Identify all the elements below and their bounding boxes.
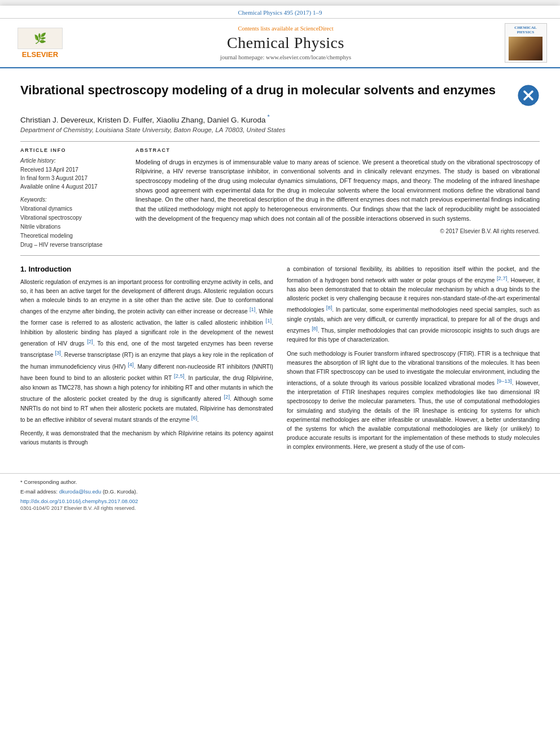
journal-title: Chemical Physics: [77, 34, 495, 52]
affiliation: Department of Chemistry, Louisiana State…: [20, 126, 540, 133]
sciencedirect-name[interactable]: ScienceDirect: [300, 25, 334, 32]
article-info-col: ARTICLE INFO Article history: Received 1…: [20, 147, 122, 250]
article-title: Vibrational spectroscopy modeling of a d…: [20, 82, 510, 99]
received-date: Received 13 April 2017: [20, 165, 122, 174]
intro-paragraph-4: One such methodology is Fourier transfor…: [287, 350, 540, 452]
footer-footnote-asterisk: * Corresponding author.: [20, 478, 540, 486]
divider-2: [20, 255, 540, 256]
cp-logo-image: [509, 37, 542, 60]
body-col-left: 1. Introduction Allosteric regulation of…: [20, 265, 273, 457]
body-section: 1. Introduction Allosteric regulation of…: [20, 265, 540, 457]
ref-27[interactable]: [2,7]: [497, 275, 508, 281]
sciencedirect-label: Contents lists available at ScienceDirec…: [77, 25, 495, 32]
article-info-header: ARTICLE INFO: [20, 147, 122, 153]
abstract-text: Modeling of drugs in enzymes is of immen…: [135, 158, 540, 224]
article-title-section: Vibrational spectroscopy modeling of a d…: [20, 82, 540, 107]
header-right: CHEMICALPHYSICS: [500, 23, 551, 63]
abstract-col: ABSTRACT Modeling of drugs in enzymes is…: [135, 147, 540, 250]
abstract-header: ABSTRACT: [135, 147, 540, 153]
ref-6[interactable]: [6]: [191, 414, 198, 421]
keyword-5: Drug – HIV reverse transcriptase: [20, 241, 122, 250]
footer-doi[interactable]: http://dx.doi.org/10.1016/j.chemphys.201…: [20, 498, 540, 504]
authors-line: Christian J. Devereux, Kristen D. Fulfer…: [20, 113, 540, 124]
ref-1[interactable]: [1]: [250, 306, 256, 312]
ref-8b[interactable]: [8]: [312, 325, 318, 331]
ref-8[interactable]: [8]: [326, 304, 333, 311]
crossmark-logo: CrossMark: [517, 84, 540, 107]
keywords-block: Keywords: Vibrational dynamics Vibration…: [20, 196, 122, 250]
journal-header: 🌿 ELSEVIER Contents lists available at S…: [0, 19, 560, 68]
journal-top-bar: Chemical Physics 495 (2017) 1–9: [0, 6, 560, 19]
final-form-date: In final form 3 August 2017: [20, 174, 122, 182]
footer-email-link[interactable]: dkuroda@lsu.edu: [59, 488, 102, 495]
keyword-2: Vibrational spectroscopy: [20, 213, 122, 222]
intro-paragraph-3: a combination of torsional flexibility, …: [287, 265, 540, 345]
body-col-right: a combination of torsional flexibility, …: [287, 265, 540, 457]
elsevier-text: ELSEVIER: [22, 50, 58, 59]
ref-25[interactable]: [2,5]: [174, 373, 185, 379]
ref-1b[interactable]: [1]: [266, 317, 272, 324]
keyword-4: Theoretical modeling: [20, 231, 122, 241]
footer-issn: 0301-0104/© 2017 Elsevier B.V. All right…: [20, 505, 540, 511]
ref-2[interactable]: [2]: [87, 338, 93, 344]
cp-logo-title: CHEMICALPHYSICS: [514, 25, 536, 35]
keyword-1: Vibrational dynamics: [20, 204, 122, 213]
abstract-copyright: © 2017 Elsevier B.V. All rights reserved…: [135, 228, 540, 234]
keyword-3: Nitrile vibrations: [20, 222, 122, 231]
available-online-date: Available online 4 August 2017: [20, 182, 122, 191]
article-info-abstract: ARTICLE INFO Article history: Received 1…: [20, 147, 540, 250]
elsevier-tree-logo: 🌿: [18, 28, 63, 49]
divider-1: [20, 141, 540, 142]
article-history-block: Article history: Received 13 April 2017 …: [20, 158, 122, 191]
history-label: Article history:: [20, 158, 122, 164]
footer-footnote-email: E-mail address: dkuroda@lsu.edu (D.G. Ku…: [20, 488, 540, 496]
intro-title-text: Introduction: [28, 265, 71, 273]
header-left: 🌿 ELSEVIER: [9, 28, 71, 59]
authors-text: Christian J. Devereux, Kristen D. Fulfer…: [20, 116, 265, 124]
intro-section-title: 1. Introduction: [20, 265, 273, 273]
journal-reference: Chemical Physics 495 (2017) 1–9: [238, 9, 322, 16]
svg-text:CrossMark: CrossMark: [522, 102, 536, 105]
homepage-link: journal homepage: www.elsevier.com/locat…: [77, 54, 495, 60]
keywords-label: Keywords:: [20, 196, 122, 203]
ref-3[interactable]: [3]: [55, 350, 61, 356]
author-asterisk: *: [265, 113, 269, 120]
header-center: Contents lists available at ScienceDirec…: [77, 25, 495, 60]
intro-paragraph-2: Recently, it was demonstrated that the m…: [20, 429, 273, 447]
ref-2b[interactable]: [2]: [224, 394, 230, 400]
ref-4[interactable]: [4]: [128, 361, 134, 368]
cp-logo: CHEMICALPHYSICS: [505, 23, 547, 63]
page-footer: * Corresponding author. E-mail address: …: [0, 473, 560, 514]
ref-9-13[interactable]: [9–13]: [497, 378, 511, 384]
page: Chemical Physics 495 (2017) 1–9 🌿 ELSEVI…: [0, 6, 560, 747]
intro-paragraph-1: Allosteric regulation of enzymes is an i…: [20, 278, 273, 425]
main-content: Vibrational spectroscopy modeling of a d…: [0, 68, 560, 468]
